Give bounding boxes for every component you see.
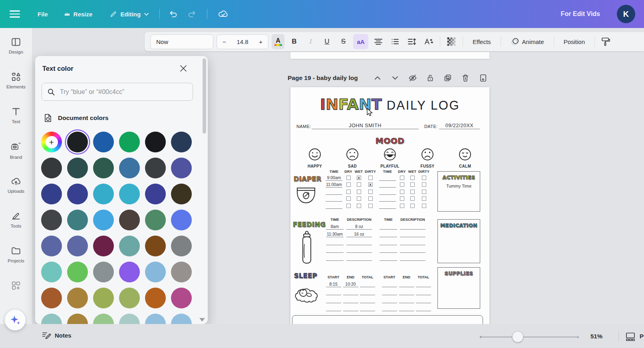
save-status-button[interactable]: [218, 9, 229, 19]
color-swatch[interactable]: [93, 210, 114, 230]
text-align-button[interactable]: [372, 34, 385, 49]
color-swatch[interactable]: [119, 314, 140, 324]
color-swatch[interactable]: [119, 210, 140, 230]
color-swatch[interactable]: [171, 210, 192, 230]
hamburger-menu-icon[interactable]: [10, 10, 20, 18]
sidebar-item-text[interactable]: Text: [0, 106, 32, 141]
color-swatch[interactable]: [145, 288, 166, 308]
color-swatch[interactable]: [119, 288, 140, 308]
color-swatch[interactable]: [67, 236, 88, 256]
color-swatch[interactable]: [67, 262, 88, 282]
letter-spacing-button[interactable]: [422, 34, 435, 49]
duplicate-page-button[interactable]: [443, 74, 452, 82]
font-size-increase-button[interactable]: +: [259, 38, 262, 45]
color-swatch[interactable]: [145, 158, 166, 178]
sidebar-item-projects[interactable]: Projects: [0, 246, 32, 280]
color-swatch[interactable]: [145, 262, 166, 282]
color-swatch[interactable]: [145, 314, 166, 324]
zoom-slider-track[interactable]: [481, 336, 579, 338]
grid-view-button[interactable]: [626, 332, 635, 343]
color-swatch[interactable]: [171, 158, 192, 178]
sidebar-item-brand[interactable]: coBrand: [0, 141, 32, 176]
canva-assistant-button[interactable]: [5, 310, 26, 330]
zoom-slider-thumb[interactable]: [512, 331, 523, 342]
scroll-down-arrow[interactable]: [199, 318, 205, 322]
color-swatch[interactable]: [93, 158, 114, 178]
copy-style-button[interactable]: [599, 34, 613, 49]
color-swatch[interactable]: [119, 262, 140, 282]
delete-page-button[interactable]: [461, 74, 470, 82]
sidebar-item-design[interactable]: Design: [0, 37, 32, 72]
sidebar-item-uploads[interactable]: Uploads: [0, 176, 32, 211]
color-swatch[interactable]: [41, 288, 62, 308]
uppercase-button[interactable]: aA: [353, 34, 368, 49]
color-swatch[interactable]: [171, 236, 192, 256]
close-panel-button[interactable]: [177, 62, 189, 74]
color-swatch[interactable]: [93, 262, 114, 282]
editing-mode-dropdown[interactable]: Editing: [110, 10, 149, 18]
color-swatch[interactable]: [171, 288, 192, 308]
color-swatch[interactable]: [145, 184, 166, 204]
position-button[interactable]: Position: [559, 34, 590, 49]
add-page-button[interactable]: [479, 74, 487, 82]
color-swatch[interactable]: [93, 288, 114, 308]
color-swatch[interactable]: [171, 314, 192, 324]
color-swatch[interactable]: [93, 236, 114, 256]
zoom-percentage[interactable]: 51%: [590, 333, 602, 340]
previous-page-edge[interactable]: [290, 52, 489, 59]
text-color-button[interactable]: A: [272, 34, 284, 49]
color-swatch[interactable]: [41, 314, 62, 324]
color-swatch[interactable]: [67, 314, 88, 324]
redo-button[interactable]: [187, 9, 197, 19]
notes-button[interactable]: Notes: [42, 331, 72, 340]
color-swatch[interactable]: [171, 262, 192, 282]
color-swatch[interactable]: [41, 262, 62, 282]
strikethrough-button[interactable]: S: [337, 34, 350, 49]
color-swatch[interactable]: [67, 132, 88, 152]
sidebar-item-elements[interactable]: Elements: [0, 72, 32, 106]
color-swatch[interactable]: [93, 314, 114, 324]
color-swatch[interactable]: [119, 132, 140, 152]
bold-button[interactable]: B: [288, 34, 301, 49]
panel-scrollbar[interactable]: [203, 58, 206, 134]
design-title[interactable]: For Edit Vids: [561, 10, 600, 18]
color-swatch[interactable]: [41, 184, 62, 204]
color-swatch[interactable]: [67, 184, 88, 204]
color-swatch[interactable]: [41, 236, 62, 256]
lock-page-button[interactable]: [426, 74, 435, 82]
line-spacing-button[interactable]: [405, 34, 419, 49]
color-swatch[interactable]: [41, 158, 62, 178]
transparency-button[interactable]: [445, 34, 458, 49]
font-size-value[interactable]: 14.8: [237, 38, 248, 45]
color-search-input[interactable]: [59, 88, 187, 96]
font-family-selector[interactable]: Now: [150, 34, 213, 49]
color-swatch[interactable]: [67, 158, 88, 178]
hide-page-button[interactable]: [408, 74, 417, 82]
sidebar-item-tools[interactable]: Tools: [0, 211, 32, 246]
effects-button[interactable]: Effects: [467, 34, 496, 49]
animate-button[interactable]: Animate: [505, 34, 549, 49]
color-swatch[interactable]: [119, 158, 140, 178]
file-menu-button[interactable]: File: [38, 11, 48, 18]
design-page-canvas[interactable]: INFANTDAILY LOG NAME: JOHN SMITH DATE: 0…: [290, 87, 489, 324]
color-swatch[interactable]: [67, 288, 88, 308]
color-swatch[interactable]: [93, 184, 114, 204]
resize-button[interactable]: Resize: [64, 11, 93, 18]
color-swatch[interactable]: [67, 210, 88, 230]
underline-button[interactable]: U: [320, 34, 334, 49]
color-swatch[interactable]: [41, 210, 62, 230]
undo-button[interactable]: [169, 9, 178, 19]
add-color-button[interactable]: +: [41, 132, 62, 152]
color-swatch[interactable]: [119, 184, 140, 204]
color-swatch[interactable]: [171, 184, 192, 204]
move-page-up-button[interactable]: [373, 74, 382, 82]
italic-button[interactable]: I: [304, 34, 317, 49]
color-swatch[interactable]: [119, 236, 140, 256]
move-page-down-button[interactable]: [391, 74, 400, 82]
bullet-list-button[interactable]: [388, 34, 402, 49]
account-avatar[interactable]: K: [617, 5, 635, 23]
color-swatch[interactable]: [145, 236, 166, 256]
font-size-decrease-button[interactable]: −: [223, 38, 226, 45]
color-swatch[interactable]: [93, 132, 114, 152]
page-title[interactable]: Page 19 - baby daily log: [288, 74, 358, 82]
